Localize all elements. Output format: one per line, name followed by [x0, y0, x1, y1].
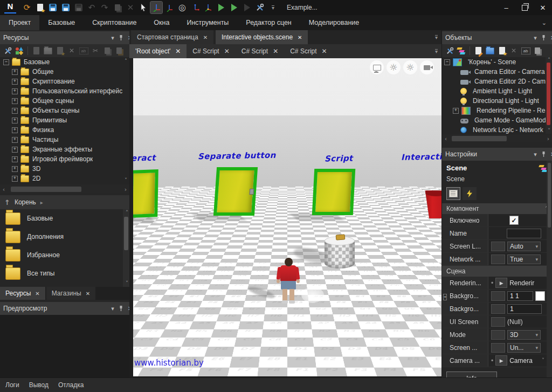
- transform-objects-icon[interactable]: [456, 45, 467, 56]
- expander-icon[interactable]: +: [12, 118, 18, 123]
- tab-overflow-icon[interactable]: ▾: [435, 49, 438, 54]
- scale-tool-icon[interactable]: [189, 2, 201, 13]
- default-flag-box[interactable]: [491, 242, 505, 251]
- list-item[interactable]: Дополнения: [0, 228, 129, 246]
- scroll-left-icon[interactable]: ‹: [0, 186, 8, 193]
- close-icon[interactable]: ✕: [224, 47, 230, 55]
- rename-object-icon[interactable]: ab: [520, 45, 531, 56]
- play-icon[interactable]: [215, 2, 227, 13]
- panel-dropdown-icon[interactable]: ▾: [534, 35, 537, 42]
- close-icon[interactable]: ✕: [298, 35, 302, 40]
- expander-icon[interactable]: +: [12, 176, 18, 182]
- up-arrow-icon[interactable]: ↑: [4, 198, 10, 207]
- barrel[interactable]: [325, 235, 355, 270]
- menu-project[interactable]: Проект: [0, 15, 39, 30]
- breadcrumb-chevron-icon[interactable]: ▸: [40, 200, 43, 205]
- lighting-icon[interactable]: ☼: [387, 60, 401, 74]
- tree-item[interactable]: Camera Editor - Camera: [442, 67, 552, 77]
- network-mode-dropdown[interactable]: True▾: [507, 255, 541, 264]
- scroll-down-icon[interactable]: ˅: [125, 177, 127, 183]
- transform-tool-icon[interactable]: [202, 2, 214, 13]
- primitives-icon[interactable]: [14, 45, 25, 56]
- background-multiplier-input[interactable]: 1: [507, 304, 542, 314]
- list-item[interactable]: Базовые: [0, 209, 129, 228]
- tab-root-object[interactable]: 'Root object'✕: [129, 44, 187, 58]
- expander-icon[interactable]: +: [453, 108, 459, 114]
- select-cursor-icon[interactable]: [137, 2, 149, 13]
- tree-item[interactable]: Directional Light - Light: [442, 96, 552, 106]
- move-tool-icon[interactable]: [150, 2, 162, 13]
- tree-item[interactable]: Game Mode - GameMod: [442, 115, 552, 125]
- tree-item-scene-root[interactable]: −'Корень' - Scene: [442, 57, 552, 67]
- expander-icon[interactable]: +: [12, 166, 18, 172]
- menu-modeling[interactable]: Моделирование: [300, 15, 368, 30]
- pin-icon[interactable]: [541, 151, 546, 157]
- statusbar-debug[interactable]: Отладка: [58, 381, 84, 389]
- tab-resources[interactable]: Ресурсы✕: [0, 287, 45, 300]
- expander-icon[interactable]: +: [12, 156, 18, 162]
- close-icon[interactable]: ✕: [273, 47, 278, 55]
- rename-icon[interactable]: ab: [78, 45, 89, 56]
- save-all-icon[interactable]: [73, 2, 85, 13]
- step-icon[interactable]: [241, 2, 253, 13]
- expander-icon[interactable]: +: [12, 79, 18, 85]
- panel-dropdown-icon[interactable]: ▾: [534, 151, 537, 158]
- tab-csharp-script-2[interactable]: C# Script✕: [236, 44, 284, 58]
- scroll-down-icon[interactable]: ˅: [542, 357, 544, 363]
- screen-label-dropdown[interactable]: Auto▾: [507, 242, 541, 251]
- refresh-icon[interactable]: ⟳: [21, 2, 33, 13]
- undo-icon[interactable]: ↶: [86, 2, 98, 13]
- properties-view-button[interactable]: [446, 187, 460, 200]
- list-item[interactable]: Избранное: [0, 246, 129, 264]
- tab-csharp-script-3[interactable]: C# Script✕: [284, 44, 333, 58]
- default-flag-box[interactable]: [491, 343, 505, 353]
- expander-icon[interactable]: +: [12, 88, 18, 94]
- background-color-input[interactable]: 1 1: [507, 291, 533, 301]
- expander-icon[interactable]: +: [12, 98, 18, 104]
- close-icon[interactable]: ✕: [86, 291, 90, 297]
- list-item[interactable]: Все типы: [0, 264, 129, 283]
- scroll-down-icon[interactable]: ˅: [548, 128, 550, 134]
- new-resource-icon[interactable]: ★: [34, 2, 46, 13]
- menu-basic[interactable]: Базовые: [39, 15, 84, 30]
- expander-icon[interactable]: +: [12, 127, 18, 133]
- name-input[interactable]: [507, 229, 541, 238]
- close-icon[interactable]: ✕: [175, 47, 181, 55]
- redo-icon[interactable]: ↷: [99, 2, 111, 13]
- tree-item[interactable]: +Частицы: [0, 135, 129, 145]
- tree-item[interactable]: +Объекты сцены: [0, 106, 129, 115]
- default-flag-box[interactable]: [491, 304, 505, 314]
- panel-dropdown-icon[interactable]: ▾: [111, 35, 114, 42]
- expander-icon[interactable]: +: [12, 137, 18, 143]
- new-object-icon[interactable]: [473, 45, 484, 56]
- new-folder-icon[interactable]: [485, 45, 495, 56]
- statusbar-output[interactable]: Вывод: [29, 381, 49, 389]
- app-logo[interactable]: N: [4, 2, 16, 13]
- breadcrumb-root[interactable]: Корень: [15, 198, 36, 206]
- shadows-icon[interactable]: ☼: [403, 60, 417, 74]
- scroll-left-icon[interactable]: ‹: [442, 135, 450, 142]
- scroll-up-icon[interactable]: ˄: [126, 210, 128, 216]
- default-flag-box[interactable]: [491, 291, 505, 301]
- minimize-button[interactable]: –: [497, 1, 515, 14]
- resources-hscrollbar[interactable]: ‹ ›: [0, 185, 129, 193]
- display-mode-icon[interactable]: [370, 60, 384, 74]
- copy-object-icon[interactable]: [532, 45, 543, 56]
- expander-icon[interactable]: −: [444, 59, 450, 65]
- scene-viewport[interactable]: G1G2G3G4G5G6G7G8G1G2G3G4G5G6G7G8G1F1F2F3…: [133, 58, 441, 376]
- delete-object-icon[interactable]: ✕: [508, 45, 519, 56]
- tree-item[interactable]: +Пользовательский интерфейс: [0, 86, 129, 96]
- default-flag-box[interactable]: [491, 330, 505, 340]
- scroll-right-icon[interactable]: ›: [544, 135, 552, 142]
- tools-icon[interactable]: [254, 2, 266, 13]
- menu-tools[interactable]: Инструменты: [178, 15, 237, 30]
- tab-stores[interactable]: Магазины✕: [46, 287, 95, 300]
- copy-icon[interactable]: [102, 45, 113, 56]
- tab-csharp-script-1[interactable]: C# Script✕: [187, 44, 235, 58]
- menu-scripting[interactable]: Скриптование: [84, 15, 145, 30]
- tree-item[interactable]: +Игровой фреймворк: [0, 154, 129, 164]
- scroll-right-icon[interactable]: ›: [122, 186, 129, 193]
- settings-wrench-icon[interactable]: [2, 45, 13, 56]
- move-object-icon[interactable]: [163, 2, 175, 13]
- tree-item[interactable]: Ambient Light - Light: [442, 86, 552, 96]
